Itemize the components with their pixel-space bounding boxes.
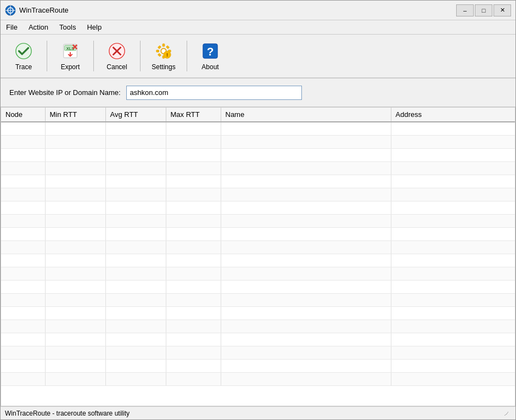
about-button[interactable]: ? About <box>190 37 230 75</box>
window-controls: – □ ✕ <box>456 4 511 16</box>
results-table-container: Node Min RTT Avg RTT Max RTT Name Addres… <box>1 107 515 406</box>
svg-rect-20 <box>166 46 170 49</box>
export-icon: XLS <box>60 41 80 61</box>
toolbar-separator-3 <box>140 41 141 71</box>
table-row <box>1 280 515 293</box>
status-bar: WinTraceRoute - traceroute software util… <box>1 406 515 419</box>
col-header-minrtt: Min RTT <box>45 108 105 122</box>
svg-rect-15 <box>162 44 165 47</box>
table-row <box>1 148 515 161</box>
svg-rect-21 <box>158 53 161 57</box>
svg-text:!: ! <box>166 52 168 58</box>
cancel-button[interactable]: Cancel <box>97 37 137 75</box>
svg-rect-17 <box>156 50 159 52</box>
input-area: Enter Website IP or Domain Name: <box>1 79 515 107</box>
table-row <box>1 227 515 240</box>
table-row <box>1 333 515 346</box>
table-row <box>1 320 515 333</box>
table-row <box>1 161 515 175</box>
svg-rect-19 <box>158 46 161 49</box>
cancel-label: Cancel <box>106 63 127 71</box>
resize-grip-icon: ⟋ <box>502 409 511 418</box>
settings-button[interactable]: ! Settings <box>144 37 183 75</box>
about-icon: ? <box>200 41 220 61</box>
table-row <box>1 306 515 320</box>
col-header-address: Address <box>391 108 515 122</box>
menu-tools[interactable]: Tools <box>54 21 81 33</box>
table-row <box>1 135 515 148</box>
menu-action[interactable]: Action <box>23 21 54 33</box>
settings-label: Settings <box>152 63 175 71</box>
title-bar: WinTraceRoute – □ ✕ <box>1 1 515 20</box>
close-button[interactable]: ✕ <box>493 4 511 16</box>
toolbar-separator-1 <box>47 41 47 71</box>
table-row <box>1 372 515 385</box>
maximize-button[interactable]: □ <box>475 4 492 16</box>
domain-label: Enter Website IP or Domain Name: <box>9 88 121 97</box>
table-row <box>1 293 515 306</box>
table-row <box>1 346 515 359</box>
table-row <box>1 175 515 188</box>
menu-file[interactable]: File <box>1 21 23 33</box>
export-label: Export <box>61 63 80 71</box>
window-title: WinTraceRoute <box>19 6 456 14</box>
svg-text:?: ? <box>207 45 214 58</box>
trace-icon <box>14 41 33 61</box>
menu-help[interactable]: Help <box>81 21 107 33</box>
table-row <box>1 214 515 227</box>
col-header-name: Name <box>221 108 391 122</box>
col-header-maxrtt: Max RTT <box>166 108 221 122</box>
menu-bar: File Action Tools Help <box>1 20 515 35</box>
export-button[interactable]: XLS Export <box>51 37 90 75</box>
minimize-button[interactable]: – <box>456 4 474 16</box>
table-row <box>1 122 515 135</box>
table-row <box>1 201 515 214</box>
trace-label: Trace <box>15 63 32 71</box>
table-row <box>1 254 515 267</box>
table-row <box>1 359 515 372</box>
domain-input[interactable] <box>126 86 302 100</box>
table-body <box>1 122 515 385</box>
cancel-icon <box>107 41 127 61</box>
app-icon <box>5 5 16 16</box>
toolbar-separator-2 <box>93 41 94 71</box>
table-header-row: Node Min RTT Avg RTT Max RTT Name Addres… <box>1 108 515 122</box>
table-row <box>1 240 515 254</box>
results-table: Node Min RTT Avg RTT Max RTT Name Addres… <box>1 108 515 386</box>
col-header-avgrtt: Avg RTT <box>105 108 166 122</box>
trace-button[interactable]: Trace <box>4 37 43 75</box>
toolbar-separator-4 <box>187 41 187 71</box>
settings-icon: ! <box>154 41 173 61</box>
about-label: About <box>201 63 218 71</box>
table-row <box>1 188 515 201</box>
table-row <box>1 267 515 280</box>
status-text: WinTraceRoute - traceroute software util… <box>5 410 130 417</box>
col-header-node: Node <box>1 108 45 122</box>
toolbar: Trace XLS Export <box>1 35 515 79</box>
